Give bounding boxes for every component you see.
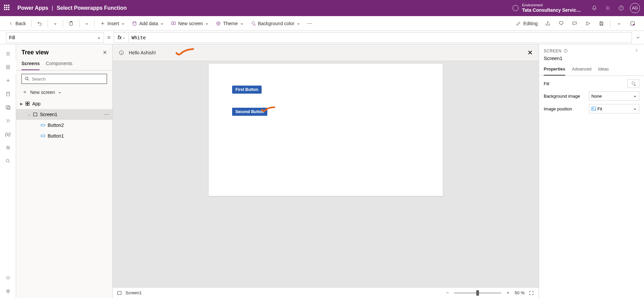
new-screen-button[interactable]: New screen bbox=[168, 18, 212, 29]
tree-node-screen1[interactable]: ⌄ Screen1 ⋯ bbox=[16, 109, 112, 120]
save-menu[interactable] bbox=[613, 18, 625, 29]
waffle-icon[interactable] bbox=[4, 5, 11, 11]
chevron-down-icon bbox=[85, 21, 89, 26]
environment-picker[interactable]: Environment Tata Consultancy Servic… bbox=[513, 3, 581, 13]
zoom-out-button[interactable]: − bbox=[444, 290, 451, 296]
svg-rect-26 bbox=[28, 104, 30, 106]
prop-fill-button[interactable] bbox=[627, 79, 639, 88]
undo-menu[interactable] bbox=[51, 18, 60, 29]
rail-media[interactable] bbox=[0, 101, 16, 114]
banner-close[interactable]: ✕ bbox=[528, 49, 533, 56]
rail-tree-view[interactable] bbox=[0, 60, 16, 74]
canvas-footer: Screen1 − + 50 % bbox=[113, 287, 539, 298]
chevron-down-icon bbox=[121, 21, 125, 26]
prop-bg-image-select[interactable]: None bbox=[589, 91, 639, 101]
notifications-icon[interactable] bbox=[588, 0, 601, 16]
svg-rect-23 bbox=[26, 102, 28, 104]
publish-button[interactable] bbox=[627, 18, 639, 29]
svg-point-11 bbox=[254, 24, 255, 26]
tree-node-app[interactable]: ▶ App bbox=[16, 98, 112, 109]
annotation-checkmark bbox=[175, 47, 195, 58]
property-selector[interactable]: Fill bbox=[6, 32, 104, 43]
overflow-button[interactable]: ⋯ bbox=[305, 18, 315, 29]
back-button[interactable]: Back bbox=[5, 18, 29, 29]
rail-virtual-agent[interactable] bbox=[0, 285, 16, 298]
new-screen-link[interactable]: ＋ New screen bbox=[16, 87, 112, 98]
tree-search-input[interactable] bbox=[32, 77, 104, 82]
rail-insert[interactable] bbox=[0, 74, 16, 87]
rail-data[interactable] bbox=[0, 87, 16, 101]
zoom-in-button[interactable]: + bbox=[504, 290, 511, 296]
formula-input[interactable]: White bbox=[129, 35, 632, 40]
canvas-button-first[interactable]: First Button bbox=[232, 86, 262, 94]
tab-screens[interactable]: Screens bbox=[21, 58, 40, 70]
svg-point-5 bbox=[133, 21, 136, 23]
rail-hamburger[interactable] bbox=[0, 47, 16, 60]
formula-expand-button[interactable] bbox=[632, 31, 644, 44]
comments-button[interactable] bbox=[569, 18, 581, 29]
tree-search[interactable] bbox=[21, 74, 107, 84]
chevron-down-icon bbox=[633, 94, 637, 99]
preview-button[interactable] bbox=[582, 18, 594, 29]
image-icon bbox=[591, 106, 596, 111]
paste-menu[interactable] bbox=[82, 18, 92, 29]
tree-node-button2[interactable]: Button2 bbox=[16, 120, 112, 131]
insert-button[interactable]: Insert bbox=[97, 18, 128, 29]
canvas-area: Hello Ashish! ✕ First Button Second Butt… bbox=[113, 44, 539, 298]
theme-button[interactable]: Theme bbox=[213, 18, 247, 29]
settings-icon[interactable] bbox=[601, 0, 614, 16]
chevron-down-icon bbox=[617, 20, 621, 27]
user-avatar[interactable]: AG bbox=[630, 3, 640, 13]
canvas-screen[interactable]: First Button Second Button bbox=[209, 64, 443, 196]
paste-button[interactable] bbox=[66, 18, 76, 29]
svg-rect-29 bbox=[41, 135, 45, 137]
tab-ideas[interactable]: Ideas bbox=[598, 64, 609, 76]
svg-point-0 bbox=[607, 7, 608, 9]
svg-rect-25 bbox=[26, 104, 28, 106]
share-button[interactable] bbox=[542, 18, 554, 29]
fx-button[interactable]: fx⌄ bbox=[114, 33, 129, 43]
save-button[interactable] bbox=[595, 18, 607, 29]
help-icon[interactable] bbox=[614, 0, 628, 16]
tree-node-button1[interactable]: Button1 bbox=[16, 131, 112, 141]
info-icon bbox=[119, 50, 124, 55]
zoom-slider[interactable] bbox=[454, 292, 501, 294]
prop-image-position-select[interactable]: Fit bbox=[589, 104, 639, 113]
svg-point-20 bbox=[7, 291, 8, 291]
help-icon[interactable] bbox=[564, 49, 568, 53]
rail-variables[interactable]: (x) bbox=[0, 128, 16, 141]
svg-point-34 bbox=[634, 85, 635, 86]
tab-components[interactable]: Components bbox=[46, 58, 72, 70]
search-icon bbox=[24, 76, 30, 82]
svg-point-18 bbox=[7, 277, 9, 279]
app-checker-button[interactable] bbox=[555, 18, 567, 29]
tree-view-pane: Tree view ✕ Screens Components ＋ New scr… bbox=[16, 44, 113, 298]
undo-button[interactable] bbox=[34, 18, 45, 29]
tree-node-more[interactable]: ⋯ bbox=[104, 112, 109, 117]
formula-bar: Fill = fx⌄ White bbox=[0, 31, 644, 44]
chevron-down-icon bbox=[160, 21, 164, 26]
chevron-down-icon bbox=[58, 90, 62, 95]
app-title: Power Apps | Select Powerapps Function bbox=[17, 5, 127, 11]
editing-mode-button[interactable]: Editing bbox=[513, 18, 540, 29]
rail-advanced-tools[interactable] bbox=[0, 141, 16, 154]
top-header: Power Apps | Select Powerapps Function E… bbox=[0, 0, 644, 16]
button-icon bbox=[40, 133, 46, 139]
prop-screen-name: Screen1 bbox=[539, 55, 644, 64]
rail-search[interactable] bbox=[0, 154, 16, 168]
rail-settings[interactable] bbox=[0, 271, 16, 285]
footer-screen-name: Screen1 bbox=[125, 290, 142, 295]
tab-properties[interactable]: Properties bbox=[544, 64, 565, 76]
tab-advanced[interactable]: Advanced bbox=[572, 64, 591, 76]
svg-point-9 bbox=[219, 22, 219, 23]
add-data-button[interactable]: Add data bbox=[129, 18, 167, 29]
rail-power-automate[interactable] bbox=[0, 114, 16, 128]
svg-rect-27 bbox=[34, 113, 37, 116]
button-icon bbox=[40, 122, 46, 128]
bg-color-button[interactable]: Background color bbox=[248, 18, 303, 29]
screen-icon bbox=[33, 112, 38, 117]
close-tree-button[interactable]: ✕ bbox=[103, 49, 107, 56]
fit-to-screen-button[interactable] bbox=[528, 290, 535, 296]
canvas-viewport[interactable]: First Button Second Button bbox=[113, 61, 539, 287]
collapse-properties-button[interactable] bbox=[634, 48, 639, 54]
